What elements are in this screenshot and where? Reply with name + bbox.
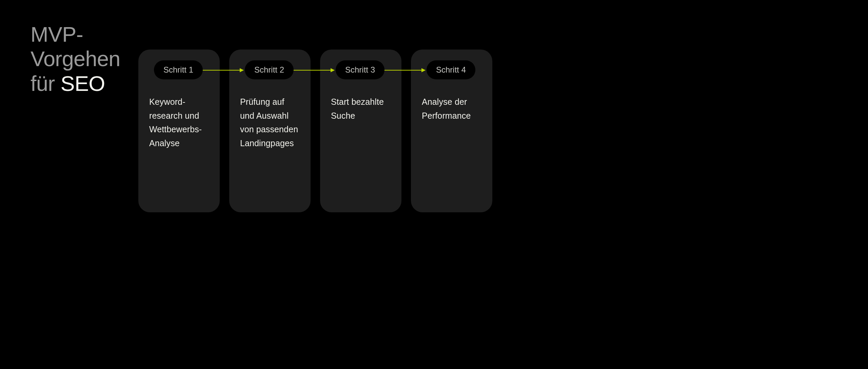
step-text-3: Start bezahlte Suche	[331, 95, 391, 122]
step-card-2: Schritt 2 Prüfung auf und Auswahl von pa…	[229, 50, 311, 212]
step-text-1: Keyword-research und Wettbewerbs-Analyse	[149, 95, 209, 150]
title-line3-bright: SEO	[61, 72, 105, 95]
title-line3-muted: für	[31, 72, 61, 95]
step-text-4: Analyse der Performance	[422, 95, 481, 122]
step-card-1: Schritt 1 Keyword-research und Wettbewer…	[138, 50, 220, 212]
step-label: Schritt 3	[345, 65, 375, 75]
step-card-3: Schritt 3 Start bezahlte Suche	[320, 50, 401, 212]
page-title-area: MVP- Vorgehen für SEO	[31, 20, 141, 349]
step-label: Schritt 1	[163, 65, 193, 75]
step-pill-3: Schritt 3	[336, 60, 384, 79]
page-title: MVP- Vorgehen für SEO	[31, 22, 120, 96]
step-pill-1: Schritt 1	[154, 60, 203, 79]
title-line1: MVP-	[31, 22, 83, 46]
step-text-2: Prüfung auf und Auswahl von passenden La…	[240, 95, 300, 150]
step-label: Schritt 4	[436, 65, 466, 75]
step-pill-2: Schritt 2	[245, 60, 294, 79]
title-line2: Vorgehen	[31, 47, 120, 71]
step-pill-4: Schritt 4	[427, 60, 475, 79]
steps-row: Schritt 1 Keyword-research und Wettbewer…	[138, 50, 492, 212]
step-label: Schritt 2	[254, 65, 284, 75]
step-card-4: Schritt 4 Analyse der Performance	[411, 50, 492, 212]
